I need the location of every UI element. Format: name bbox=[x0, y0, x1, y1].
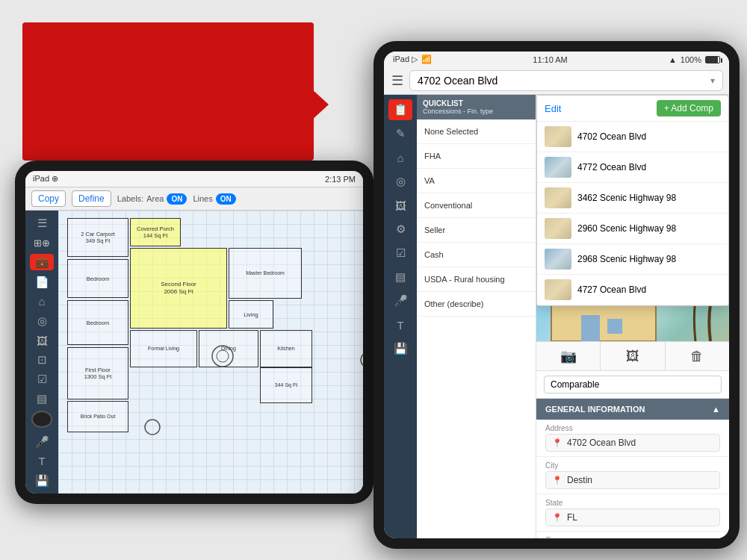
type-input[interactable] bbox=[544, 376, 722, 393]
add-comp-button[interactable]: + Add Comp bbox=[657, 100, 721, 116]
sidebar-docs-icon[interactable]: ▤ bbox=[30, 391, 54, 407]
comp-address-4772: 4772 Ocean Blvd bbox=[577, 162, 646, 172]
right-ipad-screen: iPad ▷ 📶 11:10 AM ▲ 100% ☰ 4702 Ocean Bl… bbox=[384, 52, 729, 538]
room-bonus: 344 Sq Ft bbox=[260, 367, 312, 403]
comp-item-3462[interactable]: 3462 Scenic Highway 98 bbox=[537, 183, 728, 214]
quicklist-item-va[interactable]: VA bbox=[417, 169, 536, 193]
copy-button[interactable]: Copy bbox=[31, 190, 66, 207]
right-sidebar-edit-icon[interactable]: ✎ bbox=[388, 123, 412, 144]
comp-item-2960[interactable]: 2960 Scenic Highway 98 bbox=[537, 214, 728, 244]
right-sidebar-image-icon[interactable]: 🖼 bbox=[388, 195, 412, 216]
quicklist-panel: QUICKLIST Concessions - Fin. type None S… bbox=[417, 95, 536, 538]
comp-address-2968: 2968 Scenic Highway 98 bbox=[577, 254, 676, 264]
room-brick-patio: Brick Patio Out bbox=[67, 401, 128, 432]
camera-button[interactable]: 📷 bbox=[536, 342, 601, 370]
ipad-home-button[interactable] bbox=[31, 411, 52, 428]
right-sidebar-location-icon[interactable]: ◎ bbox=[388, 171, 412, 192]
quicklist-item-other[interactable]: Other (describe) bbox=[417, 292, 536, 317]
sidebar-select-icon[interactable]: ⊞⊕ bbox=[30, 234, 54, 251]
delete-photo-button[interactable]: 🗑 bbox=[666, 342, 729, 370]
collapse-icon[interactable]: ▲ bbox=[712, 405, 720, 414]
floor-plan-canvas[interactable]: 2 Car Carport349 Sq Ft Covered Porch144 … bbox=[58, 211, 363, 494]
address-input[interactable]: 📍 4702 Ocean Blvd bbox=[545, 434, 720, 452]
comp-thumb-2960 bbox=[545, 218, 571, 239]
room-first-floor: First Floor1300 Sq Ft bbox=[67, 347, 128, 399]
labels-label: Labels: bbox=[117, 194, 143, 203]
comp-item-4702[interactable]: 4702 Ocean Blvd bbox=[537, 122, 728, 152]
photo-actions: 📷 🖼 🗑 bbox=[536, 341, 729, 371]
right-sidebar-docs-icon[interactable]: ▤ bbox=[388, 267, 412, 287]
area-toggle[interactable]: ON bbox=[167, 193, 187, 205]
city-input[interactable]: 📍 Destin bbox=[545, 471, 720, 489]
left-toolbar: Copy Define Labels: Area ON Lines ON bbox=[25, 187, 363, 211]
define-button[interactable]: Define bbox=[72, 190, 111, 207]
right-sidebar-mic-icon[interactable]: 🎤 bbox=[388, 290, 412, 311]
sidebar-save-icon[interactable]: 💾 bbox=[30, 473, 54, 489]
labels-toggle-group: Labels: Area ON bbox=[117, 193, 187, 205]
comp-dropdown-header: Edit + Add Comp bbox=[537, 96, 728, 122]
sidebar-briefcase-icon[interactable]: 💼 bbox=[30, 254, 54, 270]
gallery-button[interactable]: 🖼 bbox=[601, 342, 665, 370]
comp-item-4727[interactable]: 4727 Ocean Blvd bbox=[537, 275, 728, 305]
right-time: 11:10 AM bbox=[533, 55, 567, 64]
comp-thumb-4702 bbox=[545, 126, 571, 147]
room-bedroom-2: Bedroom bbox=[67, 300, 128, 345]
quicklist-item-none[interactable]: None Selected bbox=[417, 119, 536, 144]
address-dropdown[interactable]: 4702 Ocean Blvd ▾ bbox=[409, 70, 723, 91]
sidebar-image-icon[interactable]: 🖼 bbox=[30, 332, 54, 349]
right-header: ☰ 4702 Ocean Blvd ▾ bbox=[384, 67, 729, 95]
quicklist-item-cash[interactable]: Cash bbox=[417, 243, 536, 267]
battery-percent: 100% bbox=[681, 55, 701, 64]
comp-address-2960: 2960 Scenic Highway 98 bbox=[577, 223, 676, 234]
sidebar-check-icon[interactable]: ☑ bbox=[30, 371, 54, 388]
quicklist-item-seller[interactable]: Seller bbox=[417, 218, 536, 243]
quicklist-item-conventional[interactable]: Conventional bbox=[417, 193, 536, 218]
state-field: State 📍 FL bbox=[536, 494, 729, 532]
field-icon-state: 📍 bbox=[552, 513, 562, 523]
sidebar-edit-icon[interactable]: 📄 bbox=[30, 273, 54, 290]
lines-toggle-group: Lines ON bbox=[193, 193, 235, 205]
sidebar-layers-icon[interactable]: ⊡ bbox=[30, 352, 54, 368]
comp-address-3462: 3462 Scenic Highway 98 bbox=[577, 193, 676, 203]
room-second-floor: Second Floor2006 Sq Ft bbox=[130, 248, 227, 329]
state-value: FL bbox=[567, 512, 577, 523]
right-sidebar-settings-icon[interactable]: ⚙ bbox=[388, 219, 412, 240]
lines-toggle[interactable]: ON bbox=[216, 193, 236, 205]
field-icon-address: 📍 bbox=[552, 438, 562, 448]
address-dropdown-value: 4702 Ocean Blvd bbox=[418, 75, 498, 87]
room-living: Living bbox=[229, 300, 273, 329]
right-sidebar-save-icon[interactable]: 💾 bbox=[388, 338, 412, 359]
left-content-area: ☰ ⊞⊕ 💼 📄 ⌂ ◎ 🖼 ⊡ ☑ ▤ 🎤 T 💾 2 Car Carport… bbox=[25, 211, 363, 494]
sidebar-mic-icon[interactable]: 🎤 bbox=[30, 434, 54, 450]
state-input[interactable]: 📍 FL bbox=[545, 508, 720, 526]
edit-button[interactable]: Edit bbox=[545, 103, 561, 114]
right-sidebar-clipboard-icon[interactable]: 📋 bbox=[388, 99, 412, 120]
general-info-title: GENERAL INFORMATION bbox=[545, 405, 645, 414]
lines-label: Lines bbox=[193, 194, 212, 203]
comp-item-4772[interactable]: 4772 Ocean Blvd bbox=[537, 152, 728, 183]
sidebar-home-icon[interactable]: ⌂ bbox=[30, 293, 54, 310]
comp-dropdown: Edit + Add Comp 4702 Ocean Blvd 4772 Oce… bbox=[536, 95, 729, 306]
sidebar-menu-icon[interactable]: ☰ bbox=[30, 215, 54, 231]
general-info-fields: Address 📍 4702 Ocean Blvd City 📍 Destin bbox=[536, 420, 729, 538]
quicklist-item-fha[interactable]: FHA bbox=[417, 144, 536, 169]
right-sidebar-check-icon[interactable]: ☑ bbox=[388, 243, 412, 264]
trash-icon: 🗑 bbox=[690, 349, 704, 364]
right-sidebar-home-icon[interactable]: ⌂ bbox=[388, 147, 412, 168]
quicklist-item-usda[interactable]: USDA - Rural housing bbox=[417, 267, 536, 292]
sidebar-text-icon[interactable]: T bbox=[30, 453, 54, 470]
red-banner bbox=[22, 22, 314, 161]
signal-icon: ▲ bbox=[669, 55, 677, 64]
sidebar-location-icon[interactable]: ◎ bbox=[30, 313, 54, 329]
state-label: State bbox=[545, 499, 720, 507]
red-banner-arrow bbox=[284, 63, 329, 146]
chevron-down-icon: ▾ bbox=[710, 75, 715, 86]
right-ipad: iPad ▷ 📶 11:10 AM ▲ 100% ☰ 4702 Ocean Bl… bbox=[374, 41, 740, 549]
right-sidebar: 📋 ✎ ⌂ ◎ 🖼 ⚙ ☑ ▤ 🎤 T 💾 bbox=[384, 95, 417, 538]
city-field: City 📍 Destin bbox=[536, 457, 729, 494]
left-time: 2:13 PM bbox=[325, 175, 356, 184]
hamburger-menu-icon[interactable]: ☰ bbox=[390, 71, 405, 90]
room-kitchen: Kitchen bbox=[260, 330, 312, 367]
right-sidebar-text-icon[interactable]: T bbox=[388, 314, 412, 335]
comp-item-2968[interactable]: 2968 Scenic Highway 98 bbox=[537, 244, 728, 275]
